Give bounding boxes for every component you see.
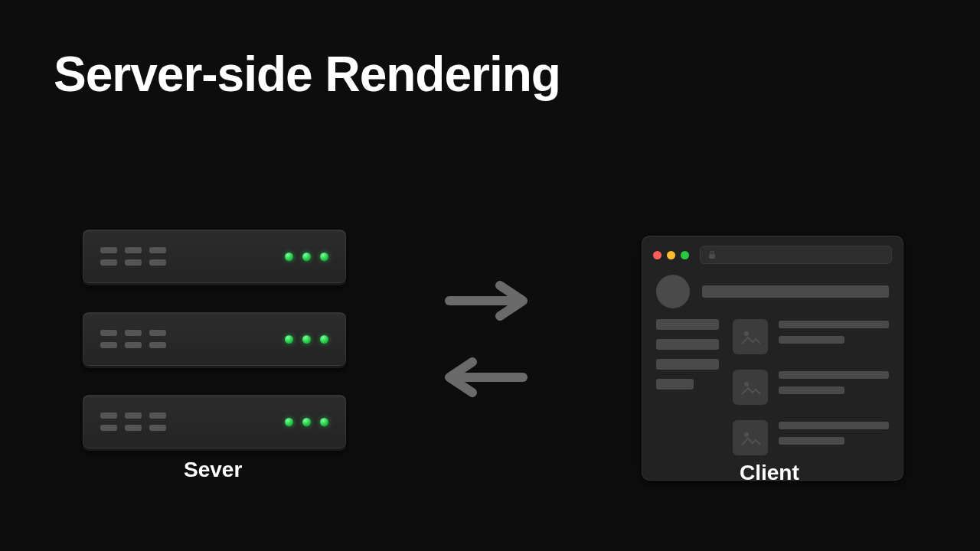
led-icon [302,335,311,344]
diagram-stage: Sever Client [0,207,980,497]
lock-icon [708,250,716,259]
page-title: Server-side Rendering [54,46,560,103]
server-label: Sever [184,458,242,482]
minimize-dot-icon [667,251,675,259]
led-icon [285,253,293,261]
led-icon [320,253,328,261]
status-leds [285,253,328,261]
svg-point-5 [744,432,749,437]
image-placeholder-icon [733,370,768,405]
arrow-left-icon [440,356,532,399]
svg-rect-2 [709,254,715,259]
browser-chrome [653,246,892,264]
server-unit [83,312,346,366]
client-label: Client [740,461,799,485]
image-placeholder-icon [733,319,768,354]
headline-placeholder-icon [702,285,889,298]
drive-bays-icon [100,412,166,431]
svg-point-3 [744,331,749,336]
url-bar [700,246,892,264]
arrows [436,279,536,399]
led-icon [320,418,328,426]
zoom-dot-icon [681,251,689,259]
server-unit [83,230,346,283]
page-body-icon [653,319,892,469]
server-stack [83,230,346,448]
led-icon [285,418,293,426]
led-icon [302,253,311,261]
page-header-icon [653,275,892,308]
drive-bays-icon [100,247,166,266]
arrow-right-icon [440,279,532,322]
traffic-lights-icon [653,251,689,259]
image-placeholder-icon [733,420,768,455]
card-placeholder-icon [733,319,889,354]
drive-bays-icon [100,330,166,348]
sidebar-placeholder-icon [656,319,719,469]
led-icon [320,335,328,344]
led-icon [302,418,311,426]
avatar-icon [656,275,690,308]
server-unit [83,395,346,448]
status-leds [285,335,328,344]
led-icon [285,335,293,344]
card-placeholder-icon [733,420,889,455]
card-placeholder-icon [733,370,889,405]
close-dot-icon [653,251,662,259]
status-leds [285,418,328,426]
feed-placeholder-icon [733,319,889,469]
svg-point-4 [744,382,749,386]
browser-window [642,236,903,481]
